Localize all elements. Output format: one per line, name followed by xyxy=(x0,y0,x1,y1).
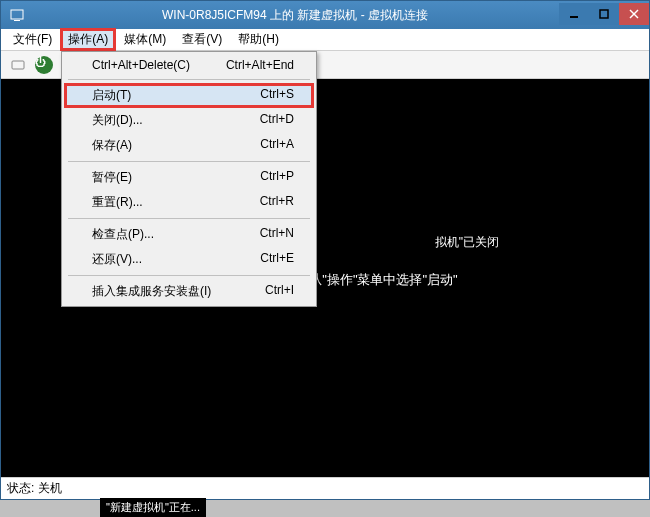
svg-rect-3 xyxy=(600,10,608,18)
dd-shutdown[interactable]: 关闭(D)... Ctrl+D xyxy=(64,108,314,133)
action-dropdown: Ctrl+Alt+Delete(C) Ctrl+Alt+End 启动(T) Ct… xyxy=(61,51,317,307)
maximize-button[interactable] xyxy=(589,3,619,25)
dd-shortcut: Ctrl+D xyxy=(260,112,294,129)
dd-label: 启动(T) xyxy=(92,87,131,104)
vm-connection-window: WIN-0R8J5ICFM94 上的 新建虚拟机 - 虚拟机连接 文件(F) 操… xyxy=(0,0,650,500)
dd-separator xyxy=(68,275,310,276)
dd-pause[interactable]: 暂停(E) Ctrl+P xyxy=(64,165,314,190)
dd-shortcut: Ctrl+R xyxy=(260,194,294,211)
dd-label: 保存(A) xyxy=(92,137,132,154)
dd-checkpoint[interactable]: 检查点(P)... Ctrl+N xyxy=(64,222,314,247)
svg-rect-6 xyxy=(12,61,24,69)
menu-media[interactable]: 媒体(M) xyxy=(116,29,174,50)
dd-separator xyxy=(68,161,310,162)
dd-shortcut: Ctrl+A xyxy=(260,137,294,154)
dd-label: 插入集成服务安装盘(I) xyxy=(92,283,211,300)
tool-ctrl-alt-del-icon[interactable] xyxy=(7,54,29,76)
dd-label: Ctrl+Alt+Delete(C) xyxy=(92,58,190,72)
window-title: WIN-0R8J5ICFM94 上的 新建虚拟机 - 虚拟机连接 xyxy=(31,7,559,24)
dd-shortcut: Ctrl+Alt+End xyxy=(226,58,294,72)
menubar: 文件(F) 操作(A) 媒体(M) 查看(V) 帮助(H) Ctrl+Alt+D… xyxy=(1,29,649,51)
dd-reset[interactable]: 重置(R)... Ctrl+R xyxy=(64,190,314,215)
status-text: 状态: 关机 xyxy=(7,480,62,497)
menu-view[interactable]: 查看(V) xyxy=(174,29,230,50)
taskbar-tooltip: "新建虚拟机"正在... xyxy=(100,498,206,517)
dd-shortcut: Ctrl+E xyxy=(260,251,294,268)
dd-separator xyxy=(68,79,310,80)
dd-shortcut: Ctrl+P xyxy=(260,169,294,186)
menu-action[interactable]: 操作(A) xyxy=(60,28,116,51)
vm-status-message: 拟机"已关闭 xyxy=(435,228,649,251)
dd-label: 还原(V)... xyxy=(92,251,142,268)
minimize-button[interactable] xyxy=(559,3,589,25)
app-icon xyxy=(9,7,25,23)
dd-shortcut: Ctrl+N xyxy=(260,226,294,243)
dd-insert-integration-disk[interactable]: 插入集成服务安装盘(I) Ctrl+I xyxy=(64,279,314,304)
svg-rect-0 xyxy=(11,10,23,19)
dd-save[interactable]: 保存(A) Ctrl+A xyxy=(64,133,314,158)
dd-label: 暂停(E) xyxy=(92,169,132,186)
menu-help[interactable]: 帮助(H) xyxy=(230,29,287,50)
window-controls xyxy=(559,6,649,25)
close-button[interactable] xyxy=(619,3,649,25)
titlebar: WIN-0R8J5ICFM94 上的 新建虚拟机 - 虚拟机连接 xyxy=(1,1,649,29)
dd-revert[interactable]: 还原(V)... Ctrl+E xyxy=(64,247,314,272)
statusbar: 状态: 关机 xyxy=(1,477,649,499)
menu-file[interactable]: 文件(F) xyxy=(5,29,60,50)
dd-label: 检查点(P)... xyxy=(92,226,154,243)
dd-ctrl-alt-del[interactable]: Ctrl+Alt+Delete(C) Ctrl+Alt+End xyxy=(64,54,314,76)
dd-start[interactable]: 启动(T) Ctrl+S xyxy=(64,83,314,108)
svg-rect-1 xyxy=(14,20,20,21)
dd-label: 关闭(D)... xyxy=(92,112,143,129)
dd-shortcut: Ctrl+S xyxy=(260,87,294,104)
dd-label: 重置(R)... xyxy=(92,194,143,211)
tool-start-icon[interactable]: ⏻ xyxy=(33,54,55,76)
dd-shortcut: Ctrl+I xyxy=(265,283,294,300)
dd-separator xyxy=(68,218,310,219)
